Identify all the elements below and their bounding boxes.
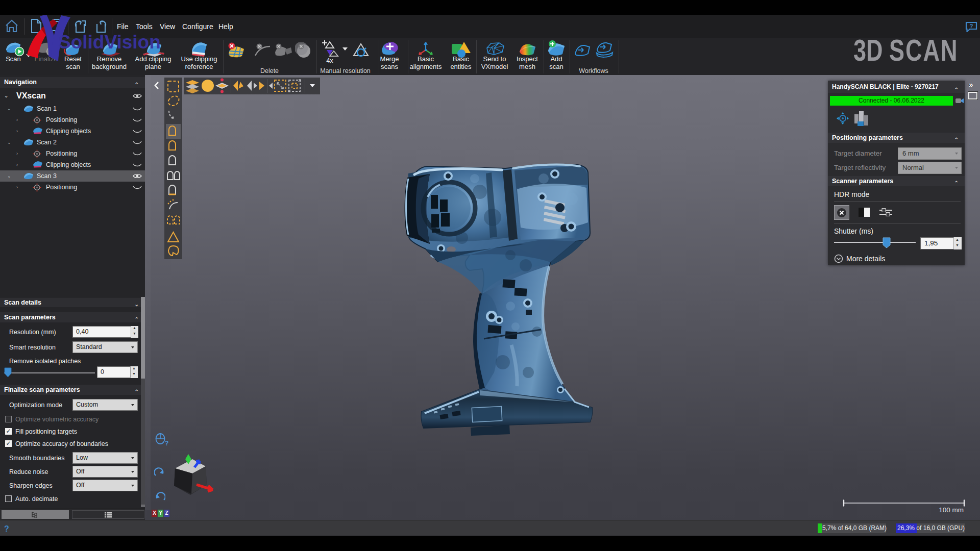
svg-text:?: ?: [165, 440, 168, 446]
svg-text:?: ?: [969, 23, 973, 29]
